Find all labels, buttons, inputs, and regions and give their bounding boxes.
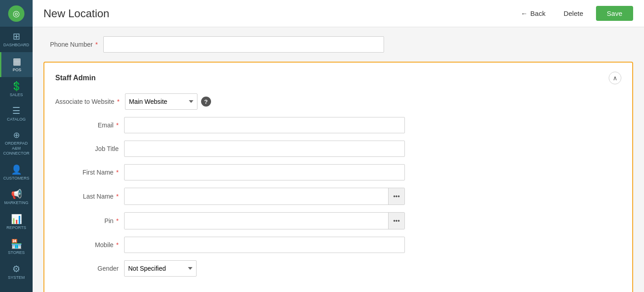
orderpad-icon: ⊕ xyxy=(13,131,20,139)
delete-button[interactable]: Delete xyxy=(558,7,588,20)
associate-to-website-select[interactable]: Main Website Other Website xyxy=(125,93,197,110)
gender-select-wrapper: Not Specified Male Female xyxy=(124,260,197,277)
required-star: * xyxy=(116,241,119,248)
marketing-icon: 📢 xyxy=(11,190,22,199)
sidebar-item-label: MARKETING xyxy=(4,200,29,205)
sidebar-item-sales[interactable]: 💲 SALES xyxy=(0,77,33,102)
card-title: Staff Admin xyxy=(55,74,96,82)
sidebar-item-marketing[interactable]: 📢 MARKETING xyxy=(0,185,33,210)
delete-label: Delete xyxy=(563,10,583,17)
sidebar-item-label: SALES xyxy=(10,92,23,97)
sidebar-item-reports[interactable]: 📊 REPORTS xyxy=(0,210,33,235)
gender-label: Gender xyxy=(55,265,119,272)
required-star: * xyxy=(116,193,119,200)
sidebar-item-customers[interactable]: 👤 CUSTOMERS xyxy=(0,161,33,185)
sidebar-item-catalog[interactable]: ☰ CATALOG xyxy=(0,102,33,127)
back-label: Back xyxy=(530,10,545,17)
header-actions: ← Back Delete Save xyxy=(515,6,633,21)
first-name-label: First Name * xyxy=(55,169,119,176)
page-title: New Location xyxy=(43,7,515,20)
stores-icon: 🏪 xyxy=(11,239,22,248)
reports-icon: 📊 xyxy=(11,214,22,224)
pos-icon: ▦ xyxy=(13,57,21,66)
phone-number-row: Phone Number * xyxy=(43,36,633,53)
last-name-input[interactable] xyxy=(125,188,388,204)
last-name-ellipsis-button[interactable]: ••• xyxy=(388,188,404,204)
customers-icon: 👤 xyxy=(11,165,22,174)
mobile-input[interactable] xyxy=(124,237,405,253)
mobile-row: Mobile * xyxy=(55,237,621,253)
gender-row: Gender Not Specified Male Female xyxy=(55,260,621,277)
mobile-label: Mobile * xyxy=(55,241,119,248)
last-name-input-wrapper: ••• xyxy=(124,188,405,205)
last-name-label: Last Name * xyxy=(55,193,119,200)
catalog-icon: ☰ xyxy=(12,106,20,115)
associate-to-website-select-wrapper: Main Website Other Website ? xyxy=(125,93,211,110)
staff-admin-card: Staff Admin ∧ Associate to Website * Mai… xyxy=(43,62,633,292)
main-content: New Location ← Back Delete Save Phone Nu… xyxy=(33,0,644,292)
sidebar-logo: ◎ xyxy=(0,0,33,27)
sales-icon: 💲 xyxy=(11,82,22,91)
email-input[interactable] xyxy=(124,117,405,133)
sidebar-item-orderpad[interactable]: ⊕ ORDERPAD A&M CONNECTOR xyxy=(0,127,33,160)
sidebar-item-label: DASHBOARD xyxy=(3,43,29,48)
sidebar-item-label: CUSTOMERS xyxy=(3,176,29,181)
required-star: * xyxy=(116,122,119,129)
system-icon: ⚙ xyxy=(12,264,20,273)
required-star: * xyxy=(116,217,119,224)
save-label: Save xyxy=(607,10,622,17)
chevron-up-icon: ∧ xyxy=(613,74,617,82)
required-star: * xyxy=(117,98,119,105)
last-name-row: Last Name * ••• xyxy=(55,188,621,205)
sidebar-item-stores[interactable]: 🏪 STORES xyxy=(0,235,33,260)
required-star: * xyxy=(96,41,98,48)
first-name-input[interactable] xyxy=(124,164,405,180)
required-star: * xyxy=(116,169,119,176)
email-label: Email * xyxy=(55,122,119,129)
sidebar: ◎ ⊞ DASHBOARD ▦ POS 💲 SALES ☰ CATALOG ⊕ … xyxy=(0,0,33,292)
phone-number-label: Phone Number * xyxy=(43,41,98,48)
logo-icon: ◎ xyxy=(8,5,24,22)
help-icon[interactable]: ? xyxy=(201,97,211,107)
sidebar-item-dashboard[interactable]: ⊞ DASHBOARD xyxy=(0,27,33,52)
back-button[interactable]: ← Back xyxy=(515,7,551,20)
top-header: New Location ← Back Delete Save xyxy=(33,0,644,27)
job-title-label: Job Title xyxy=(55,145,119,152)
content-area: Phone Number * Staff Admin ∧ Associate t… xyxy=(33,27,644,292)
email-row: Email * xyxy=(55,117,621,133)
job-title-input[interactable] xyxy=(124,141,405,157)
associate-to-website-label: Associate to Website * xyxy=(55,98,120,105)
collapse-button[interactable]: ∧ xyxy=(609,72,621,84)
gender-select[interactable]: Not Specified Male Female xyxy=(124,260,197,277)
sidebar-item-system[interactable]: ⚙ SYSTEM xyxy=(0,260,33,285)
sidebar-item-label: ORDERPAD A&M CONNECTOR xyxy=(2,141,31,156)
sidebar-item-label: SYSTEM xyxy=(8,275,24,280)
sidebar-item-label: POS xyxy=(13,68,21,73)
sidebar-item-label: REPORTS xyxy=(6,225,26,230)
pin-label: Pin * xyxy=(55,217,119,224)
ellipsis-icon: ••• xyxy=(393,217,400,224)
card-header: Staff Admin ∧ xyxy=(55,72,621,84)
job-title-row: Job Title xyxy=(55,141,621,157)
back-arrow-icon: ← xyxy=(521,10,528,17)
sidebar-item-pos[interactable]: ▦ POS xyxy=(0,52,33,77)
pin-input[interactable] xyxy=(125,213,388,229)
sidebar-item-label: STORES xyxy=(8,250,25,255)
first-name-row: First Name * xyxy=(55,164,621,180)
ellipsis-icon: ••• xyxy=(393,193,400,200)
pin-row: Pin * ••• xyxy=(55,212,621,229)
phone-number-input[interactable] xyxy=(103,36,384,53)
sidebar-item-label: CATALOG xyxy=(7,117,26,122)
associate-to-website-row: Associate to Website * Main Website Othe… xyxy=(55,93,621,110)
pin-ellipsis-button[interactable]: ••• xyxy=(388,213,404,229)
pin-input-wrapper: ••• xyxy=(124,212,405,229)
dashboard-icon: ⊞ xyxy=(13,32,20,41)
save-button[interactable]: Save xyxy=(596,6,633,21)
